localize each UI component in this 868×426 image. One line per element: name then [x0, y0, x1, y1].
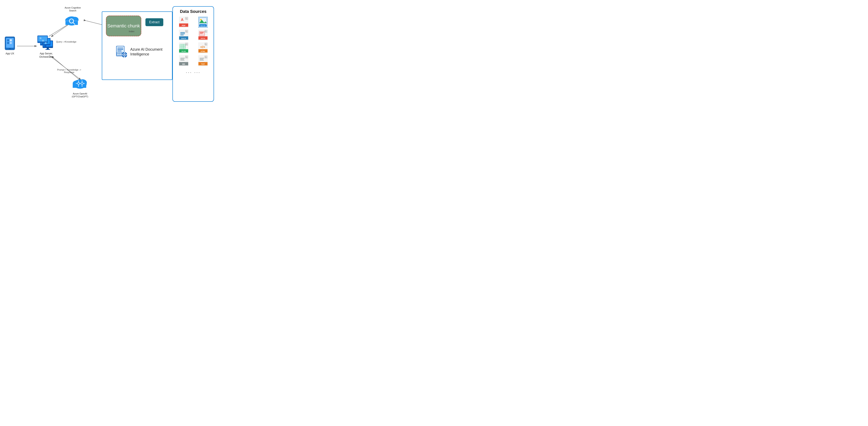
- semantic-chunk-label: Semantic chunk: [107, 23, 140, 29]
- diagram-container: App UX App Server,Orchestrator Azu: [0, 0, 217, 106]
- svg-rect-30: [45, 42, 46, 44]
- azure-openai-component: Azure OpenAI (GPT/ChatGPT): [71, 75, 89, 98]
- svg-text:XLSX: XLSX: [181, 51, 186, 52]
- svg-rect-68: [122, 55, 123, 55]
- azure-search-label: Azure Cognitive Search: [65, 6, 81, 12]
- svg-point-53: [78, 80, 79, 81]
- index-label: Index: [129, 30, 134, 33]
- semantic-chunk-box: Semantic chunk: [106, 15, 141, 36]
- azure-search-component: Azure Cognitive Search: [64, 6, 81, 28]
- svg-point-54: [82, 80, 83, 81]
- svg-rect-13: [7, 42, 9, 44]
- svg-text:A: A: [181, 18, 183, 22]
- file-icon-pptx: PPTX: [194, 30, 212, 40]
- file-icon-img: IMAGE: [194, 17, 212, 28]
- svg-rect-29: [42, 40, 44, 41]
- svg-point-52: [82, 86, 83, 87]
- svg-rect-119: [180, 58, 185, 58]
- svg-rect-27: [40, 44, 45, 45]
- svg-rect-87: [180, 32, 185, 33]
- svg-text:MD: MD: [182, 63, 185, 65]
- svg-rect-127: [200, 58, 204, 58]
- svg-text:PDF: PDF: [182, 25, 186, 27]
- svg-rect-18: [47, 48, 49, 49]
- svg-rect-15: [10, 42, 12, 44]
- svg-rect-128: [200, 59, 204, 59]
- svg-text:DOCX: DOCX: [181, 38, 186, 39]
- svg-text:TXT: TXT: [201, 63, 205, 65]
- azure-openai-label: Azure OpenAI (GPT/ChatGPT): [72, 92, 88, 98]
- svg-rect-11: [9, 48, 11, 49]
- svg-rect-120: [180, 59, 184, 59]
- extract-button[interactable]: Extract: [146, 18, 163, 26]
- svg-rect-12: [7, 39, 9, 41]
- svg-point-51: [78, 86, 79, 87]
- svg-rect-19: [45, 49, 50, 50]
- svg-line-7: [86, 21, 103, 25]
- file-icons-grid: PDF A IMAGE: [175, 17, 212, 66]
- svg-rect-97: [200, 33, 203, 34]
- svg-rect-121: [180, 60, 185, 60]
- app-ux-label: App UX: [6, 52, 14, 55]
- svg-rect-35: [65, 20, 78, 21]
- app-server-icon: [36, 32, 56, 51]
- svg-rect-56: [117, 48, 123, 48]
- svg-rect-69: [126, 55, 127, 55]
- svg-rect-22: [44, 45, 46, 47]
- data-sources-dots: ... ...: [186, 69, 201, 74]
- svg-text:</>: </>: [200, 45, 205, 49]
- doc-intelligence-inner: Azure AI Document Intelligence: [115, 46, 162, 58]
- svg-rect-14: [10, 39, 12, 41]
- svg-rect-103: [180, 44, 185, 49]
- azure-openai-icon: [71, 75, 89, 91]
- svg-rect-129: [200, 60, 204, 60]
- svg-text:IMAGE: IMAGE: [200, 25, 206, 27]
- svg-rect-28: [40, 37, 41, 39]
- svg-text:HTML: HTML: [200, 51, 205, 52]
- svg-text:PPTX: PPTX: [201, 38, 205, 39]
- svg-rect-96: [200, 32, 204, 33]
- azure-search-icon: [64, 13, 81, 28]
- file-icon-xlsx: XLSX: [175, 42, 192, 53]
- app-server-component: App Server,Orchestrator: [36, 32, 56, 59]
- query-knowledge-label: Query ->Knowledge: [56, 40, 76, 43]
- file-icon-pdf: PDF A: [175, 17, 192, 28]
- doc-intelligence-icon: [115, 46, 128, 58]
- file-icon-txt: TXT: [194, 56, 212, 66]
- doc-intelligence-label: Azure AI Document Intelligence: [130, 47, 162, 57]
- svg-rect-66: [124, 52, 125, 53]
- svg-rect-67: [124, 57, 125, 58]
- svg-rect-88: [180, 33, 185, 34]
- file-icon-md: MD: [175, 56, 192, 66]
- app-ux-component: App UX: [4, 36, 16, 55]
- file-icon-html: HTML </>: [194, 42, 212, 53]
- app-server-label: App Server,Orchestrator: [39, 52, 53, 59]
- svg-point-65: [124, 54, 125, 56]
- svg-rect-58: [117, 51, 122, 51]
- svg-rect-57: [117, 49, 123, 50]
- tablet-icon: [4, 36, 16, 51]
- svg-rect-89: [180, 35, 184, 35]
- svg-rect-26: [41, 43, 43, 44]
- prompt-knowledge-label: Prompt + Knowledge ->Response: [57, 68, 81, 73]
- svg-rect-23: [43, 47, 48, 47]
- file-icon-docx: DOCX: [175, 30, 192, 40]
- svg-rect-41: [73, 84, 86, 88]
- data-sources-title: Data Sources: [180, 9, 207, 14]
- data-sources-panel: Data Sources PDF A: [173, 6, 214, 102]
